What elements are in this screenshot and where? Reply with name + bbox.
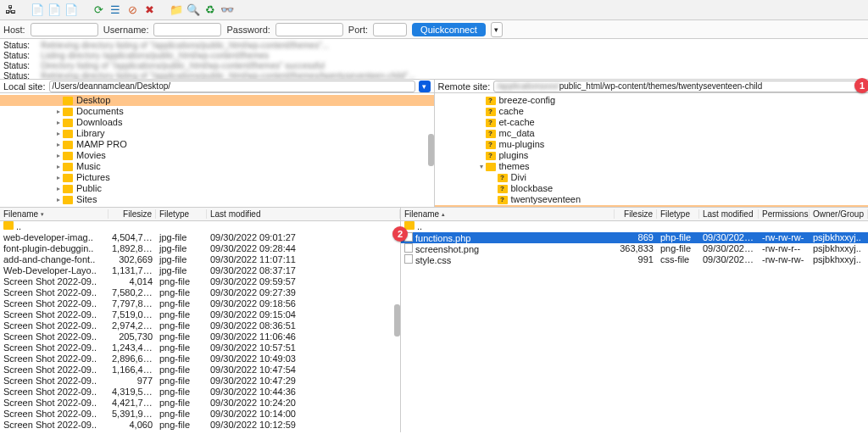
cancel-icon[interactable]: ⊘ [125, 3, 139, 17]
sliders-icon[interactable]: ☰ [108, 3, 122, 17]
file-row[interactable]: Web-Developer-Layo..1,131,777jpg-file09/… [0, 265, 400, 276]
file-row[interactable]: Screen Shot 2022-09..4,421,766png-file09… [0, 398, 400, 409]
col-owner[interactable]: Owner/Group [810, 209, 868, 219]
local-file-list[interactable]: Filename▾ Filesize Filetype Last modifie… [0, 208, 400, 432]
username-input[interactable] [153, 23, 221, 36]
remote-file-list[interactable]: 2 Filename▴ Filesize Filetype Last modif… [400, 208, 868, 432]
tree-item[interactable]: ?blockbase [435, 183, 869, 194]
folder-icon [63, 196, 73, 204]
doc-red-icon[interactable]: 📄 [64, 3, 78, 17]
tree-item[interactable]: ▸Sites [0, 194, 434, 205]
remote-tree-pane[interactable]: ?breeze-config?cache?et-cache?mc_data?mu… [434, 93, 869, 207]
tree-item[interactable]: ?cache [435, 106, 869, 117]
quickconnect-button[interactable]: Quickconnect [412, 23, 486, 36]
disclosure-icon[interactable]: ▸ [54, 106, 63, 117]
tree-item[interactable]: ▸Music [0, 161, 434, 172]
col-lastmod[interactable]: Last modified [699, 209, 759, 219]
tree-item[interactable]: ?plugins [435, 150, 869, 161]
host-input[interactable] [31, 23, 98, 36]
tree-item[interactable]: ?breeze-config [435, 95, 869, 106]
col-filename[interactable]: Filename▴ [401, 209, 615, 219]
tree-item[interactable]: Desktop [0, 95, 434, 106]
password-input[interactable] [275, 23, 343, 36]
tree-item[interactable]: ?twentyseventeen [435, 194, 869, 205]
tree-item-label: Downloads [76, 117, 122, 128]
file-row[interactable]: Screen Shot 2022-09..7,797,810png-file09… [0, 298, 400, 309]
file-row[interactable]: Screen Shot 2022-09..7,519,087png-file09… [0, 309, 400, 320]
file-row[interactable]: Screen Shot 2022-09..4,060png-file09/30/… [0, 420, 400, 431]
tree-item[interactable]: ▸Pictures [0, 172, 434, 183]
disclosure-icon[interactable]: ▸ [54, 172, 63, 183]
tree-item[interactable]: ?Divi [435, 172, 869, 183]
tree-item[interactable]: ▸Library [0, 128, 434, 139]
reconnect-icon[interactable]: ♻ [203, 3, 217, 17]
file-row[interactable]: font-plugin-debuggin..1,892,853jpg-file0… [0, 243, 400, 254]
tree-item[interactable]: ▸Public [0, 183, 434, 194]
folder-icon[interactable]: 📁 [170, 3, 183, 17]
log-status-label: Status: [3, 71, 36, 80]
disclosure-icon[interactable]: ▾ [477, 161, 486, 172]
server-manager-icon[interactable]: 🖧 [3, 3, 17, 17]
tree-item[interactable]: ▸Sizzy [0, 205, 434, 207]
parent-dir-row[interactable]: .. [401, 221, 868, 232]
file-row[interactable]: Screen Shot 2022-09..2,974,217png-file09… [0, 320, 400, 331]
col-filename[interactable]: Filename▾ [0, 209, 108, 219]
file-row[interactable]: add-and-change-font..302,669jpg-file09/3… [0, 254, 400, 265]
tree-item[interactable]: ▸Movies [0, 150, 434, 161]
file-row[interactable]: Screen Shot 2022-09..4,319,512png-file09… [0, 387, 400, 398]
disclosure-icon[interactable]: ▸ [54, 150, 63, 161]
port-input[interactable] [373, 23, 407, 36]
tree-item[interactable]: ▸Downloads [0, 117, 434, 128]
file-row[interactable]: Screen Shot 2022-09..1,243,435png-file09… [0, 342, 400, 353]
file-row[interactable]: functions.php869php-file09/30/2022 1..-r… [401, 232, 868, 243]
file-row[interactable]: Screen Shot 2022-09..977png-file09/30/20… [0, 376, 400, 387]
file-row[interactable]: Screen Shot 2022-09..1,166,474png-file09… [0, 364, 400, 376]
disclosure-icon[interactable]: ▸ [54, 161, 63, 172]
col-filetype[interactable]: Filetype [657, 209, 699, 219]
doc-green-icon[interactable]: 📄 [47, 3, 61, 17]
file-row[interactable]: Screen Shot 2022-09..4,014png-file09/30/… [0, 276, 400, 287]
file-row[interactable]: web-developer-imag..4,504,790jpg-file09/… [0, 232, 400, 243]
file-row[interactable]: Screen Shot 2022-09..7,580,200png-file09… [0, 287, 400, 298]
tree-item[interactable]: ?et-cache [435, 117, 869, 128]
tree-item[interactable]: ▸MAMP PRO [0, 139, 434, 150]
tree-item[interactable]: twentyseventeen-child [435, 205, 869, 207]
col-filetype[interactable]: Filetype [156, 209, 207, 219]
file-row[interactable]: Screen Shot 2022-09..205,730png-file09/3… [0, 331, 400, 342]
refresh-icon[interactable]: ⟳ [92, 3, 105, 17]
file-row[interactable]: Screen Shot 2022-09..5,391,968png-file09… [0, 409, 400, 420]
local-tree-pane[interactable]: Desktop▸Documents▸Downloads▸Library▸MAMP… [0, 93, 434, 207]
tree-item[interactable]: ?mc_data [435, 128, 869, 139]
disclosure-icon[interactable]: ▸ [54, 139, 63, 150]
disconnect-icon[interactable]: ✖ [142, 3, 156, 17]
tree-item-label: mc_data [499, 128, 535, 139]
file-row[interactable]: style.css991css-file09/30/2022 1..-rw-rw… [401, 254, 868, 265]
disclosure-icon[interactable]: ▸ [54, 183, 63, 194]
file-row[interactable]: Screen Shot 2022-09..3,981png-file09/30/… [0, 431, 400, 432]
disclosure-icon[interactable]: ▸ [54, 194, 63, 205]
tree-item[interactable]: ▸Documents [0, 106, 434, 117]
binoculars-icon[interactable]: 👓 [220, 3, 234, 17]
search-icon[interactable]: 🔍 [186, 3, 200, 17]
local-site-path[interactable]: /Users/deannamclean/Desktop/ [49, 81, 415, 92]
disclosure-icon[interactable]: ▸ [54, 128, 63, 139]
parent-dir-row[interactable]: .. [0, 221, 400, 232]
pane-resize-handle[interactable] [428, 93, 434, 207]
remote-site-path[interactable]: /applicationsxxx/public_html/wp-content/… [493, 81, 865, 92]
disclosure-icon[interactable]: ▸ [54, 117, 63, 128]
local-path-dropdown-icon[interactable]: ▾ [419, 81, 431, 92]
tree-item[interactable]: ?mu-plugins [435, 139, 869, 150]
file-row[interactable]: Screen Shot 2022-09..2,896,655png-file09… [0, 353, 400, 364]
tree-item[interactable]: ▾themes [435, 161, 869, 172]
col-filesize[interactable]: Filesize [615, 209, 657, 219]
quickconnect-dropdown-icon[interactable]: ▾ [491, 22, 503, 37]
file-row[interactable]: screenshot.png363,833png-file09/30/2022 … [401, 243, 868, 254]
message-log[interactable]: Status:Retrieving directory listing of "… [0, 39, 868, 80]
doc-icon[interactable]: 📄 [31, 3, 44, 17]
col-permissions[interactable]: Permissions [759, 209, 810, 219]
sort-desc-icon: ▾ [41, 211, 44, 218]
col-lastmod[interactable]: Last modified [207, 209, 400, 219]
col-filesize[interactable]: Filesize [108, 209, 156, 219]
disclosure-icon[interactable]: ▸ [54, 205, 63, 207]
folder-unknown-icon: ? [498, 196, 508, 204]
